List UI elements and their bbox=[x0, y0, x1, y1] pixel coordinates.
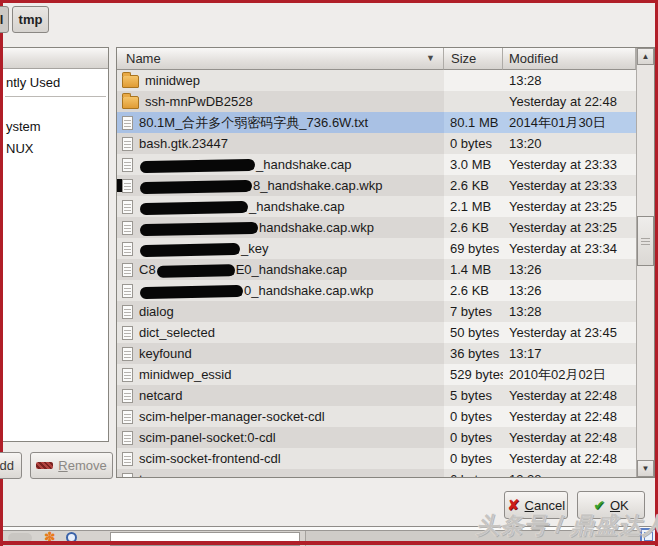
file-icon bbox=[122, 242, 133, 256]
file-row[interactable]: t6 bytes13:28 bbox=[117, 469, 636, 477]
file-name: 0_handshake.cap.wkp bbox=[139, 280, 373, 301]
sidebar-item-recently-used[interactable]: ntly Used bbox=[3, 72, 108, 94]
path-button-partial[interactable]: l bbox=[0, 6, 9, 33]
file-modified: 13:28 bbox=[503, 70, 636, 91]
file-modified: Yesterday at 22:48 bbox=[503, 385, 636, 406]
file-icon bbox=[122, 326, 133, 340]
file-modified: 13:20 bbox=[503, 133, 636, 154]
censor-scribble bbox=[157, 264, 235, 278]
file-row[interactable]: dict_selected50 bytesYesterday at 23:45 bbox=[117, 322, 636, 343]
remove-button-label: Remove bbox=[58, 458, 106, 473]
file-size: 1.4 MB bbox=[444, 259, 503, 280]
file-size: 0 bytes bbox=[444, 406, 503, 427]
column-header-size[interactable]: Size bbox=[444, 48, 503, 70]
annotation-border-bottom bbox=[0, 541, 658, 545]
file-modified: Yesterday at 22:48 bbox=[503, 406, 636, 427]
file-row[interactable]: keyfound36 bytes13:17 bbox=[117, 343, 636, 364]
file-size: 36 bytes bbox=[444, 343, 503, 364]
sidebar-item-file-system[interactable]: ystem bbox=[3, 116, 108, 138]
file-size: 7 bytes bbox=[444, 301, 503, 322]
file-row[interactable]: dialog7 bytes13:28 bbox=[117, 301, 636, 322]
column-header-modified-label: Modified bbox=[509, 51, 558, 66]
scroll-up-button[interactable]: ▲ bbox=[637, 48, 654, 65]
file-name: _key bbox=[139, 238, 268, 259]
file-row[interactable]: _key69 bytesYesterday at 23:34 bbox=[117, 238, 636, 259]
file-modified: Yesterday at 23:33 bbox=[503, 175, 636, 196]
file-row[interactable]: bash.gtk.234470 bytes13:20 bbox=[117, 133, 636, 154]
vertical-scrollbar[interactable]: ▲ ▼ bbox=[636, 48, 654, 477]
file-icon bbox=[122, 116, 133, 130]
file-size: 3.0 MB bbox=[444, 154, 503, 175]
censor-scribble bbox=[140, 200, 248, 214]
file-modified: 13:17 bbox=[503, 343, 636, 364]
remove-button[interactable]: Remove bbox=[30, 452, 113, 479]
file-modified: 13:26 bbox=[503, 280, 636, 301]
file-row[interactable]: netcard5 bytesYesterday at 22:48 bbox=[117, 385, 636, 406]
censor-scribble bbox=[140, 179, 252, 193]
file-row[interactable]: _handshake.cap3.0 MBYesterday at 23:33 bbox=[117, 154, 636, 175]
file-row[interactable]: 80.1M_合并多个弱密码字典_736.6W.txt80.1 MB2014年01… bbox=[117, 112, 636, 133]
file-name: 80.1M_合并多个弱密码字典_736.6W.txt bbox=[139, 112, 368, 133]
file-size: 2.1 MB bbox=[444, 196, 503, 217]
file-icon bbox=[122, 305, 133, 319]
file-modified: 13:26 bbox=[503, 259, 636, 280]
file-name: dialog bbox=[139, 301, 174, 322]
sidebar-item-label: NUX bbox=[6, 141, 33, 156]
file-row[interactable]: minidwep13:28 bbox=[117, 70, 636, 91]
sort-descending-icon: ▼ bbox=[426, 48, 435, 69]
file-size bbox=[444, 91, 503, 112]
file-icon bbox=[122, 221, 133, 235]
file-row[interactable]: _handshake.cap2.1 MBYesterday at 23:25 bbox=[117, 196, 636, 217]
file-row[interactable]: minidwep_essid529 bytes2010年02月02日 bbox=[117, 364, 636, 385]
column-header-name-label: Name bbox=[126, 51, 161, 66]
file-modified: 13:28 bbox=[503, 301, 636, 322]
file-row[interactable]: scim-helper-manager-socket-cdl0 bytesYes… bbox=[117, 406, 636, 427]
sidebar-item-cdlinux[interactable]: NUX bbox=[3, 138, 108, 160]
file-modified: Yesterday at 22:48 bbox=[503, 91, 636, 112]
file-name: minidwep bbox=[145, 70, 200, 91]
file-modified: Yesterday at 23:34 bbox=[503, 238, 636, 259]
file-name: _handshake.cap bbox=[139, 154, 351, 175]
scrollbar-thumb[interactable] bbox=[637, 216, 654, 266]
file-size: 6 bytes bbox=[444, 469, 503, 477]
file-row[interactable]: 8_handshake.cap.wkp2.6 KBYesterday at 23… bbox=[117, 175, 636, 196]
file-modified: 2010年02月02日 bbox=[503, 364, 636, 385]
file-modified: Yesterday at 23:25 bbox=[503, 196, 636, 217]
file-icon bbox=[122, 263, 133, 277]
scroll-down-button[interactable]: ▼ bbox=[637, 460, 654, 477]
sidebar-separator bbox=[5, 96, 106, 97]
column-header-name[interactable]: Name ▼ bbox=[117, 48, 444, 70]
file-size: 50 bytes bbox=[444, 322, 503, 343]
column-header-size-label: Size bbox=[451, 51, 476, 66]
remove-minus-icon bbox=[36, 462, 53, 469]
file-row[interactable]: handshake.cap.wkp2.6 KBYesterday at 23:2… bbox=[117, 217, 636, 238]
file-row[interactable]: C8E0_handshake.cap1.4 MB13:26 bbox=[117, 259, 636, 280]
file-name: 8_handshake.cap.wkp bbox=[139, 175, 382, 196]
arrow-down-icon: ▼ bbox=[642, 464, 650, 473]
file-name: minidwep_essid bbox=[139, 364, 232, 385]
annotation-border-top bbox=[0, 0, 658, 3]
file-name: ssh-mnPwDB2528 bbox=[145, 91, 253, 112]
column-header-modified[interactable]: Modified bbox=[503, 48, 636, 70]
path-button-partial-label: l bbox=[0, 12, 3, 27]
file-size: 69 bytes bbox=[444, 238, 503, 259]
file-size: 529 bytes bbox=[444, 364, 503, 385]
add-button[interactable]: Add bbox=[0, 452, 22, 479]
file-icon bbox=[122, 158, 133, 172]
sidebar-item-label: ntly Used bbox=[6, 75, 60, 90]
path-button-tmp[interactable]: tmp bbox=[12, 6, 49, 33]
file-size: 80.1 MB bbox=[444, 112, 503, 133]
file-icon bbox=[122, 179, 133, 193]
file-row[interactable]: scim-panel-socket:0-cdl0 bytesYesterday … bbox=[117, 427, 636, 448]
file-modified: Yesterday at 23:45 bbox=[503, 322, 636, 343]
file-size: 2.6 KB bbox=[444, 280, 503, 301]
file-row[interactable]: 0_handshake.cap.wkp2.6 KB13:26 bbox=[117, 280, 636, 301]
file-icon bbox=[122, 389, 133, 403]
watermark-text: 头条号 / 鼎盛达人 bbox=[476, 510, 658, 541]
file-name: _handshake.cap bbox=[139, 196, 344, 217]
file-row[interactable]: ssh-mnPwDB2528Yesterday at 22:48 bbox=[117, 91, 636, 112]
places-sidebar-header bbox=[3, 48, 108, 69]
file-row[interactable]: scim-socket-frontend-cdl0 bytesYesterday… bbox=[117, 448, 636, 469]
file-chooser-dialog: l tmp ntly Used ystem NUX Name ▼ Size Mo bbox=[0, 0, 658, 546]
file-name: keyfound bbox=[139, 343, 192, 364]
